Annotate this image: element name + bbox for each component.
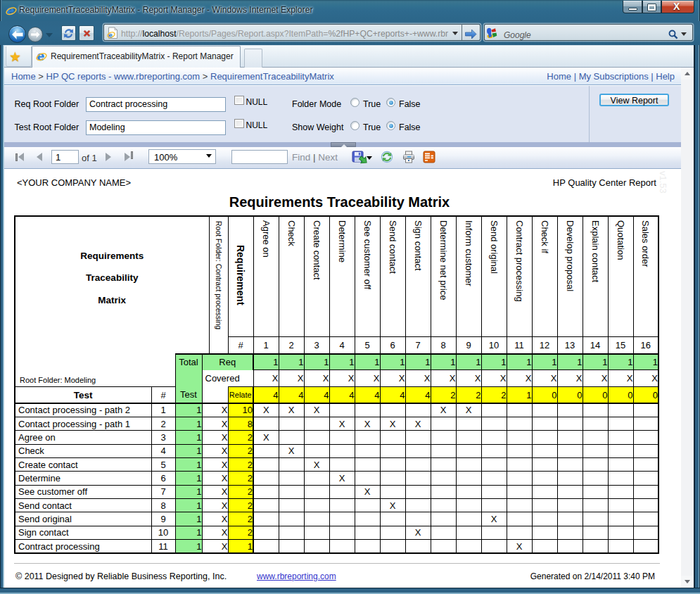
svg-text:e: e bbox=[109, 31, 113, 39]
